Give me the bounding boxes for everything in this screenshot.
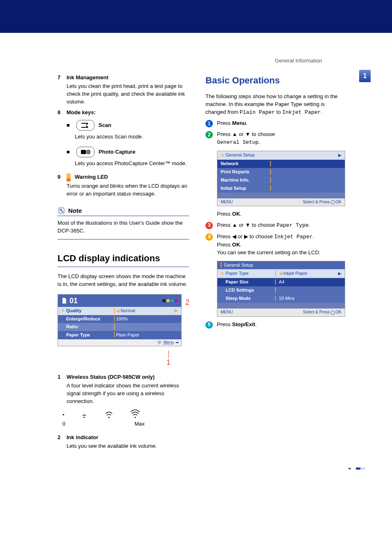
- svg-point-2: [88, 152, 89, 153]
- intro-code-1: Plain Paper: [240, 109, 275, 115]
- lcd-menu-label: MENU: [221, 199, 233, 205]
- item-title: Ink indicator: [67, 434, 189, 442]
- lcd-row-label: Sleep Mode: [226, 295, 274, 302]
- step-4: 4 Press ◀ or ▶ to choose Inkjet Paper. P…: [205, 233, 345, 257]
- step-text: Press: [217, 211, 232, 217]
- step-bold: OK: [232, 242, 240, 248]
- step-text: Press: [217, 242, 232, 248]
- lcd-main-screenshot: 01 ⇅Quality┃◀ Normal▶ Enlarge/Reduce┃100…: [58, 294, 182, 347]
- wifi-level-1-icon: [81, 411, 88, 419]
- note-label: Note: [68, 206, 82, 215]
- item-number: 2: [58, 434, 67, 450]
- step-text: .: [240, 211, 242, 217]
- lcd-header: General Setup: [224, 262, 253, 269]
- svg-point-5: [84, 417, 85, 418]
- mode-label: Photo Capture: [99, 148, 136, 156]
- step-text: Press ◀ or ▶ to choose: [217, 233, 274, 240]
- step-2: 2 Press ▲ or ▼ to choose General Setup.: [205, 131, 345, 147]
- callout-2: 2: [185, 297, 189, 308]
- step-1: 1 Press Menu.: [205, 120, 345, 127]
- item-number: 9: [58, 173, 67, 198]
- lcd-row: Machine Info.: [221, 177, 269, 184]
- wifi-level-2-icon: [104, 410, 113, 419]
- list-item-9: 9 Warning LED Turns orange and blinks wh…: [58, 173, 189, 198]
- list-item-8: 8 Mode keys:: [58, 109, 189, 117]
- step-text: .: [240, 242, 242, 248]
- lcd-screenshot-1: ⇅General Setup▶ Network┃ Print Reports┃ …: [217, 151, 345, 206]
- chapter-tab: 1: [359, 70, 371, 82]
- lcd-menu-label: MENU: [221, 309, 233, 315]
- step-number-icon: 4: [205, 233, 213, 241]
- intro-post: .: [321, 109, 323, 115]
- list-item-wireless: 1 Wireless Status (DCP-585CW only) A fou…: [58, 373, 189, 405]
- step-text: You can see the current setting on the L…: [217, 249, 321, 256]
- step-bold: Stop/Exit: [232, 321, 255, 327]
- item-title: Wireless Status (DCP-585CW only): [67, 373, 189, 381]
- lcd-row-value: Inkjet Paper: [283, 271, 307, 276]
- page-content: General Information 1 7 Ink Management L…: [0, 49, 392, 470]
- wifi-max-label: Max: [134, 420, 145, 428]
- step-code: Paper Type: [277, 222, 309, 228]
- page-end-mark-icon: [356, 467, 365, 470]
- step-text: .: [313, 233, 314, 240]
- mode-desc: Lets you access Scan mode.: [75, 133, 189, 141]
- lcd-row-label: Enlarge/Reduce: [66, 316, 113, 322]
- lcd-row: Initial Setup: [221, 185, 269, 192]
- scan-icon: [76, 120, 95, 131]
- lcd-row-value: 10 Mins: [276, 295, 341, 302]
- photo-capture-icon: [76, 147, 95, 157]
- step-number-icon: 1: [205, 120, 213, 127]
- note-body: Most of the illustrations in this User's…: [58, 219, 189, 240]
- lcd-screenshot-2: ▎General Setup ⇅Paper Type┃◀ Inkjet Pape…: [217, 261, 345, 317]
- list-item-ink: 2 Ink indicator Lets you see the availab…: [58, 434, 189, 450]
- lcd-row: Network: [221, 161, 269, 167]
- step-number-icon: 2: [205, 131, 213, 138]
- lcd-row-label: Paper Type: [226, 270, 274, 277]
- item-title: Mode keys:: [67, 109, 189, 117]
- step-text: Press ▲ or ▼ to choose: [217, 222, 277, 228]
- step-text: Press: [217, 120, 232, 126]
- right-column: Basic Operations The following steps sho…: [205, 74, 345, 453]
- lcd-row-label: Quality: [66, 308, 113, 314]
- page-header-gap: [0, 33, 392, 49]
- lcd-row-value: Normal: [120, 308, 135, 313]
- item-desc: Turns orange and blinks when the LCD dis…: [67, 182, 189, 198]
- intro-paragraph: The following steps show how to change a…: [205, 93, 345, 117]
- step-text: .: [258, 139, 260, 145]
- step-bold: Menu: [232, 120, 246, 126]
- bullet-icon: ■: [67, 122, 70, 129]
- lcd-ok: OK: [336, 310, 341, 314]
- intro-mid: to: [275, 109, 282, 115]
- item-title: Warning LED: [75, 174, 108, 180]
- lcd-ok: OK: [336, 200, 341, 204]
- step-code: Inkjet Paper: [274, 234, 313, 240]
- step-text: .: [309, 222, 310, 228]
- lcd-row-label: Ratio:: [66, 324, 113, 330]
- step-text: Press ▲ or ▼ to choose: [217, 131, 275, 137]
- step-number-icon: 5: [205, 321, 213, 329]
- lcd-row-label: Paper Size: [226, 279, 274, 286]
- item-desc: Lets you see the available ink volume.: [67, 442, 189, 450]
- step-text: .: [246, 120, 248, 126]
- page-header-bar: [0, 0, 392, 33]
- item-title: Ink Management: [67, 74, 189, 82]
- wifi-icon: [157, 341, 162, 345]
- lcd-foot-hint: Menu: [164, 340, 174, 346]
- callout-1: 1: [156, 357, 181, 368]
- svg-point-6: [108, 417, 110, 418]
- lcd-hint: Select & Press: [303, 310, 330, 314]
- step-code: General Setup: [217, 139, 258, 145]
- lcd-header: General Setup: [226, 152, 255, 159]
- item-desc: Lets you clean the print head, print a t…: [67, 83, 189, 106]
- wifi-level-3-icon: [130, 410, 141, 419]
- mode-scan-block: ■ Scan Lets you access Scan mode. ■ Phot…: [67, 120, 189, 168]
- ink-indicator-icon: [162, 299, 178, 302]
- lcd-copies-number: 01: [69, 295, 78, 306]
- step-text: .: [255, 321, 257, 327]
- step-text: Press: [217, 321, 232, 327]
- svg-point-4: [159, 343, 160, 344]
- page-number: 7: [348, 467, 351, 470]
- lcd-row-value: Plain Paper: [116, 332, 178, 339]
- lcd-row-value: A4: [276, 279, 341, 286]
- list-item-7: 7 Ink Management Lets you clean the prin…: [58, 74, 189, 106]
